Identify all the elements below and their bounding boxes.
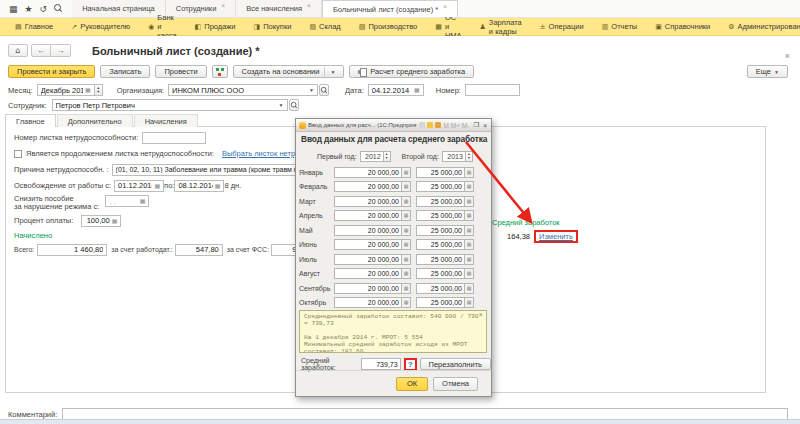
calculator-button[interactable]: ▦ — [465, 196, 474, 207]
chevron-down-icon[interactable]: ▼ — [279, 102, 284, 108]
month-amount-year1[interactable]: 20 000,00 — [334, 239, 402, 250]
employee-input[interactable]: Петров Петр Петрович▼ — [52, 99, 288, 111]
month-amount-year1[interactable]: 20 000,00 — [334, 254, 402, 265]
calculator-button[interactable]: ▦ — [465, 210, 474, 221]
sick-list-number-input[interactable] — [142, 132, 206, 144]
month-amount-year1[interactable]: 20 000,00 — [334, 210, 402, 221]
dialog-average-input[interactable]: 739,73 — [361, 358, 400, 370]
search-icon[interactable] — [54, 4, 63, 13]
calculator-button[interactable]: ▦ — [465, 239, 474, 250]
month-input[interactable]: Декабрь 2014▦ — [37, 84, 95, 96]
window-tool-icon[interactable] — [435, 122, 441, 128]
release-from-input[interactable]: 01.12.2014▦ — [114, 180, 164, 192]
month-amount-year1[interactable]: 20 000,00 — [334, 268, 402, 279]
close-icon[interactable]: × — [482, 122, 488, 129]
dialog-title-bar[interactable]: Ввод данных для расч... (1С:Предприятие)… — [296, 119, 491, 132]
cancel-button[interactable]: Отмена — [433, 377, 478, 391]
reason-input[interactable]: (01, 02, 10, 11) Заболевание или травма … — [112, 164, 315, 176]
year1-stepper[interactable]: ▲▼ — [384, 151, 391, 162]
calculator-button[interactable]: ▦ — [402, 181, 411, 192]
total-input[interactable]: 1 460,80 — [37, 244, 107, 256]
calculator-button[interactable]: ▦ — [465, 254, 474, 265]
year2-input[interactable]: 2013 — [442, 151, 466, 162]
month-stepper[interactable]: ▲▼ — [95, 84, 103, 96]
month-amount-year2[interactable]: 25 000,00 — [416, 196, 465, 207]
app-tab-3[interactable]: Больничный лист (создание) *× — [322, 0, 458, 17]
more-button[interactable]: Еще▼ — [747, 65, 788, 78]
history-icon[interactable]: ↺ — [40, 4, 48, 14]
number-input[interactable] — [465, 84, 520, 96]
organization-open-button[interactable] — [319, 84, 329, 96]
menu-item-Продажи[interactable]: ◧Продажи — [186, 18, 245, 35]
calculator-button[interactable]: ▦ — [402, 297, 411, 308]
form-tab-accruals[interactable]: Начисления — [134, 114, 198, 127]
calculator-button[interactable]: ▦ — [402, 283, 411, 294]
calendar-icon[interactable]: ▦ — [154, 183, 160, 189]
month-amount-year2[interactable]: 25 000,00 — [416, 225, 465, 236]
continuation-checkbox[interactable] — [14, 150, 22, 158]
post-and-close-button[interactable]: Провести и закрыть — [8, 65, 95, 78]
maximize-icon[interactable]: ❐ — [472, 121, 480, 129]
employee-open-button[interactable] — [289, 99, 299, 111]
tooltip-close-icon[interactable]: × — [479, 312, 483, 319]
month-amount-year2[interactable]: 25 000,00 — [416, 297, 465, 308]
menu-item-Администрирование[interactable]: ⚙Администрирование — [719, 18, 800, 35]
app-tab-0[interactable]: Начальная страница — [72, 0, 166, 17]
calculator-icon[interactable]: ▦ — [112, 218, 118, 224]
favorites-icon[interactable]: ★ — [25, 4, 33, 14]
menu-item-Операции[interactable]: ±Операции — [531, 18, 593, 35]
memory-buttons[interactable]: M M+ M- — [443, 122, 471, 129]
calculator-button[interactable]: ▦ — [465, 268, 474, 279]
menu-item-Производство[interactable]: ▨Производство — [350, 18, 427, 35]
calculator-button[interactable]: ▦ — [402, 225, 411, 236]
calculator-button[interactable]: ▦ — [402, 254, 411, 265]
reduce-benefit-date-input[interactable]: . .▦ — [105, 195, 149, 207]
linked-documents-button[interactable] — [212, 65, 228, 78]
month-amount-year1[interactable]: 20 000,00 — [334, 225, 402, 236]
month-amount-year1[interactable]: 20 000,00 — [334, 283, 402, 294]
calendar-icon[interactable]: ▦ — [85, 87, 91, 93]
calculator-button[interactable]: ▦ — [465, 181, 474, 192]
calculator-button[interactable]: ▦ — [465, 167, 474, 178]
month-amount-year1[interactable]: 20 000,00 — [334, 181, 402, 192]
month-amount-year2[interactable]: 25 000,00 — [416, 167, 465, 178]
month-amount-year1[interactable]: 20 000,00 — [334, 196, 402, 207]
menu-item-Склад[interactable]: ▧Склад — [300, 18, 349, 35]
month-amount-year2[interactable]: 25 000,00 — [416, 239, 465, 250]
refill-button[interactable]: Перезаполнить — [420, 358, 491, 370]
ok-button[interactable]: ОК — [396, 377, 428, 391]
year1-input[interactable]: 2012 — [360, 151, 384, 162]
menu-item-Главное[interactable]: ▤Главное — [6, 18, 62, 35]
month-amount-year2[interactable]: 25 000,00 — [416, 268, 465, 279]
year2-stepper[interactable]: ▲▼ — [466, 151, 473, 162]
forward-button[interactable]: → — [51, 44, 71, 57]
month-amount-year2[interactable]: 25 000,00 — [416, 254, 465, 265]
app-tab-2[interactable]: Все начисления× — [236, 0, 322, 17]
employer-share-input[interactable]: 547,80 — [175, 244, 223, 256]
release-to-input[interactable]: 08.12.2014▦ — [174, 180, 224, 192]
tab-close-icon[interactable]: × — [307, 2, 311, 9]
menu-item-Банк и касса[interactable]: ◉Банк и касса — [139, 18, 185, 35]
organization-input[interactable]: ИНКОМ ПЛЮС ООО▼ — [168, 84, 318, 96]
form-tab-main[interactable]: Главное — [5, 114, 56, 127]
month-amount-year1[interactable]: 20 000,00 — [334, 297, 402, 308]
month-amount-year2[interactable]: 25 000,00 — [416, 210, 465, 221]
calculator-button[interactable]: ▦ — [402, 268, 411, 279]
calendar-icon[interactable]: ▦ — [140, 198, 146, 204]
calculator-button[interactable]: ▦ — [465, 225, 474, 236]
calculator-button[interactable]: ▦ — [402, 210, 411, 221]
menu-item-Зарплата и кадры[interactable]: ♟Зарплата и кадры — [471, 18, 531, 35]
calculator-button[interactable]: ▦ — [402, 167, 411, 178]
create-based-on-button[interactable]: Создать на основании▼ — [233, 65, 345, 78]
menu-item-ОС и НМА[interactable]: ▦ОС и НМА — [426, 18, 470, 35]
tab-close-icon[interactable]: × — [221, 2, 225, 9]
back-button[interactable]: ← — [31, 44, 51, 57]
change-average-earnings-link[interactable]: Изменить — [539, 232, 573, 241]
month-amount-year2[interactable]: 25 000,00 — [416, 283, 465, 294]
apps-grid-icon[interactable]: ▦ — [9, 4, 18, 14]
month-amount-year1[interactable]: 20 000,00 — [334, 167, 402, 178]
pay-percent-input[interactable]: 100,00▦ — [81, 215, 121, 227]
save-button[interactable]: Записать — [100, 65, 150, 78]
menu-item-Руководителю[interactable]: ↗Руководителю — [62, 18, 139, 35]
calculator-button[interactable]: ▦ — [402, 196, 411, 207]
